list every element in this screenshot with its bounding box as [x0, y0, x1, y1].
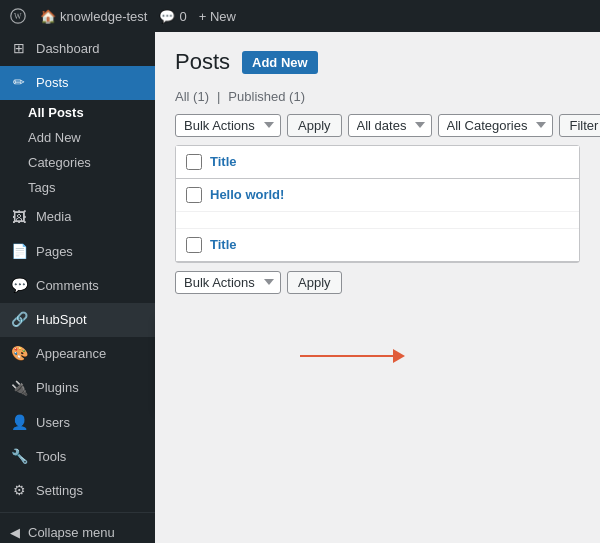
appearance-icon: 🎨: [10, 345, 28, 363]
post-checkbox[interactable]: [186, 187, 202, 203]
post-title[interactable]: Hello world!: [210, 187, 284, 202]
apply-top-button[interactable]: Apply: [287, 114, 342, 137]
sidebar-item-appearance[interactable]: 🎨 Appearance: [0, 337, 155, 371]
pages-icon: 📄: [10, 243, 28, 261]
posts-submenu: All Posts Add New Categories Tags: [0, 100, 155, 200]
sidebar-item-comments[interactable]: 💬 Comments: [0, 269, 155, 303]
main-content: Posts Add New All (1) | Published (1) Bu…: [155, 32, 600, 543]
submenu-all-posts[interactable]: All Posts: [0, 100, 155, 125]
wp-logo[interactable]: W: [8, 6, 28, 26]
bulk-actions-bottom-select[interactable]: Bulk Actions: [175, 271, 281, 294]
sidebar-item-posts[interactable]: ✏ Posts: [0, 66, 155, 100]
sidebar-item-settings[interactable]: ⚙ Settings: [0, 474, 155, 508]
sidebar-item-media[interactable]: 🖼 Media: [0, 200, 155, 234]
comment-bubble-icon: 💬: [159, 9, 175, 24]
submenu-add-new[interactable]: Add New: [0, 125, 155, 150]
collapse-icon: ◀: [10, 525, 20, 540]
collapse-menu[interactable]: ◀ Collapse menu: [0, 517, 155, 543]
media-icon: 🖼: [10, 208, 28, 226]
tools-icon: 🔧: [10, 448, 28, 466]
submenu-tags[interactable]: Tags: [0, 175, 155, 200]
top-table-actions: Bulk Actions Apply All dates All Categor…: [175, 114, 580, 137]
plugins-icon: 🔌: [10, 379, 28, 397]
sidebar: ⊞ Dashboard ✏ Posts All Posts Add New Ca…: [0, 32, 155, 543]
sidebar-item-pages[interactable]: 📄 Pages: [0, 235, 155, 269]
sidebar-item-plugins[interactable]: 🔌 Plugins: [0, 371, 155, 405]
filter-button[interactable]: Filter: [559, 114, 600, 137]
all-dates-select[interactable]: All dates: [348, 114, 432, 137]
posts-icon: ✏: [10, 74, 28, 92]
filter-all-link[interactable]: All (1): [175, 89, 209, 104]
page-title: Posts: [175, 48, 230, 77]
select-all-checkbox[interactable]: [186, 154, 202, 170]
table-header-title[interactable]: Title: [210, 154, 237, 169]
comments-count[interactable]: 💬 0: [159, 9, 186, 24]
site-icon: 🏠: [40, 9, 56, 24]
bottom-table-actions: Bulk Actions Apply: [175, 271, 580, 294]
table-footer-header-row: Title: [176, 229, 579, 262]
bulk-actions-top-select[interactable]: Bulk Actions: [175, 114, 281, 137]
table-empty-row: [176, 212, 579, 229]
sidebar-item-users[interactable]: 👤 Users: [0, 406, 155, 440]
sidebar-item-dashboard[interactable]: ⊞ Dashboard: [0, 32, 155, 66]
users-icon: 👤: [10, 414, 28, 432]
svg-text:W: W: [14, 12, 22, 21]
comments-icon: 💬: [10, 277, 28, 295]
table-header-row: Title: [176, 146, 579, 179]
sidebar-divider: [0, 512, 155, 513]
site-name[interactable]: 🏠 knowledge-test: [40, 9, 147, 24]
filter-links: All (1) | Published (1): [175, 89, 580, 104]
table-row: Hello world!: [176, 179, 579, 212]
sidebar-item-tools[interactable]: 🔧 Tools: [0, 440, 155, 474]
page-header: Posts Add New: [175, 48, 580, 77]
submenu-categories[interactable]: Categories: [0, 150, 155, 175]
admin-bar: W 🏠 knowledge-test 💬 0 + New: [0, 0, 600, 32]
table-footer-title[interactable]: Title: [210, 237, 237, 252]
sidebar-item-hubspot[interactable]: 🔗 HubSpot: [0, 303, 155, 337]
all-categories-select[interactable]: All Categories: [438, 114, 553, 137]
wp-layout: ⊞ Dashboard ✏ Posts All Posts Add New Ca…: [0, 32, 600, 543]
filter-separator: |: [217, 89, 220, 104]
hubspot-icon: 🔗: [10, 311, 28, 329]
dashboard-icon: ⊞: [10, 40, 28, 58]
apply-bottom-button[interactable]: Apply: [287, 271, 342, 294]
select-all-bottom-checkbox[interactable]: [186, 237, 202, 253]
settings-icon: ⚙: [10, 482, 28, 500]
posts-table: Title Hello world! Title: [175, 145, 580, 263]
add-new-button[interactable]: Add New: [242, 51, 318, 74]
filter-published-link[interactable]: Published (1): [228, 89, 305, 104]
admin-bar-new[interactable]: + New: [199, 9, 236, 24]
